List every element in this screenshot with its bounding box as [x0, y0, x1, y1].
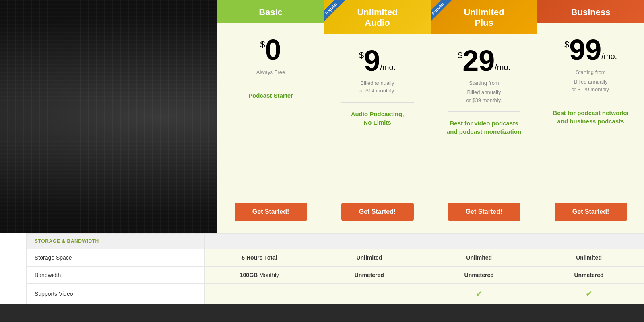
section-audio-col	[314, 234, 424, 249]
plan-business-price: 99	[569, 35, 601, 64]
plan-basic-price: 0	[265, 35, 281, 64]
plan-business-divider	[555, 101, 627, 101]
plan-basic-cta-button[interactable]: Get Started!	[235, 203, 307, 221]
bandwidth-basic-val: 100GB Monthly	[204, 267, 314, 284]
plan-business-currency: $	[564, 39, 569, 50]
bandwidth-audio-val: Unmetered	[314, 267, 424, 284]
plan-audio: Popular UnlimitedAudio $9/mo. Billed ann…	[324, 0, 431, 233]
storage-bandwidth-header-row: STORAGE & BANDWIDTH	[27, 234, 644, 249]
plan-basic-divider	[235, 84, 307, 84]
plan-basic-currency: $	[260, 39, 265, 50]
plan-plus-price-per: /mo.	[495, 63, 510, 72]
plan-basic-price-sub: Always Free	[256, 68, 285, 76]
section-label: STORAGE & BANDWIDTH	[27, 234, 205, 249]
plan-basic-title: Basic	[259, 7, 283, 17]
plan-plus-tagline: Best for video podcastsand podcast monet…	[447, 119, 521, 195]
storage-audio-val: Unlimited	[314, 249, 424, 267]
plan-audio-title: UnlimitedAudio	[357, 7, 397, 28]
hero-section: Basic $0 Always Free Podcast Starter Get…	[0, 0, 644, 233]
plan-business-title: Business	[571, 7, 611, 17]
plan-audio-price-per: /mo.	[380, 63, 396, 72]
pricing-grid: Basic $0 Always Free Podcast Starter Get…	[217, 0, 644, 233]
bandwidth-biz-val: Unmetered	[534, 267, 644, 284]
plan-audio-body: $9/mo. Billed annuallyor $14 monthly. Au…	[324, 34, 431, 233]
plan-plus-price-area: $29/mo.	[458, 46, 510, 75]
check-icon: ✔	[476, 289, 483, 298]
plan-plus-popular-label: Popular	[431, 0, 452, 23]
plan-plus-title: UnlimitedPlus	[464, 7, 504, 28]
features-table: STORAGE & BANDWIDTH Storage Space 5 Hour…	[26, 233, 644, 304]
check-icon: ✔	[586, 289, 592, 298]
supports-video-audio-val	[314, 284, 424, 304]
plan-business-header: Business	[537, 0, 644, 23]
plan-basic-body: $0 Always Free Podcast Starter Get Start…	[217, 23, 324, 233]
bandwidth-label: Bandwidth	[27, 267, 205, 284]
plan-plus-starting: Starting from	[469, 79, 499, 87]
plan-audio-currency: $	[359, 50, 364, 61]
plan-business-price-sub: Billed annuallyor $129 monthly.	[572, 78, 610, 94]
plan-plus-price-sub: Billed annuallyor $39 monthly.	[466, 88, 502, 104]
plan-plus-divider	[448, 111, 520, 112]
storage-space-label: Storage Space	[27, 249, 205, 267]
plan-basic-price-area: $0	[260, 35, 281, 64]
plan-audio-popular-label: Popular	[324, 0, 345, 23]
plan-business-starting: Starting from	[576, 68, 605, 76]
supports-video-basic-val	[204, 284, 314, 304]
table-row: Supports Video ✔ ✔	[27, 284, 644, 304]
plan-plus-price: 29	[462, 46, 495, 75]
plan-plus: Popular UnlimitedPlus $29/mo. Starting f…	[431, 0, 537, 233]
plan-basic-header: Basic	[217, 0, 324, 23]
plan-business-body: $99/mo. Starting from Billed annuallyor …	[537, 23, 644, 233]
supports-video-biz-val: ✔	[534, 284, 644, 304]
plan-plus-cta-button[interactable]: Get Started!	[448, 203, 520, 221]
supports-video-label: Supports Video	[27, 284, 205, 304]
features-section: STORAGE & BANDWIDTH Storage Space 5 Hour…	[0, 233, 644, 304]
storage-plus-val: Unlimited	[424, 249, 534, 267]
plan-business-price-area: $99/mo.	[564, 35, 617, 64]
plan-audio-popular-ribbon: Popular	[324, 0, 352, 28]
storage-biz-val: Unlimited	[534, 249, 644, 267]
storage-basic-val: 5 Hours Total	[204, 249, 314, 267]
supports-video-plus-val: ✔	[424, 284, 534, 304]
plan-plus-currency: $	[458, 50, 462, 61]
plan-plus-body: $29/mo. Starting from Billed annuallyor …	[431, 34, 537, 233]
plan-business-tagline: Best for podcast networksand business po…	[553, 109, 628, 195]
plan-audio-tagline: Audio Podcasting,No Limits	[351, 110, 404, 195]
plan-audio-price-area: $9/mo.	[359, 46, 396, 75]
plan-basic-tagline: Podcast Starter	[248, 91, 293, 195]
plan-business: Business $99/mo. Starting from Billed an…	[537, 0, 644, 233]
section-plus-col	[424, 234, 534, 249]
plan-business-cta-button[interactable]: Get Started!	[555, 203, 627, 221]
plan-business-price-per: /mo.	[601, 52, 617, 61]
plan-audio-price-sub: Billed annuallyor $14 monthly.	[359, 79, 395, 95]
plan-plus-popular-ribbon: Popular	[431, 0, 459, 28]
bandwidth-plus-val: Unmetered	[424, 267, 534, 284]
plan-audio-divider	[341, 102, 414, 103]
table-row: Bandwidth 100GB Monthly Unmetered Unmete…	[27, 267, 644, 284]
section-biz-col	[534, 234, 644, 249]
plan-audio-cta-button[interactable]: Get Started!	[341, 203, 414, 221]
plan-basic: Basic $0 Always Free Podcast Starter Get…	[217, 0, 324, 233]
section-basic-col	[204, 234, 314, 249]
table-row: Storage Space 5 Hours Total Unlimited Un…	[27, 249, 644, 267]
plan-audio-price: 9	[364, 46, 380, 75]
